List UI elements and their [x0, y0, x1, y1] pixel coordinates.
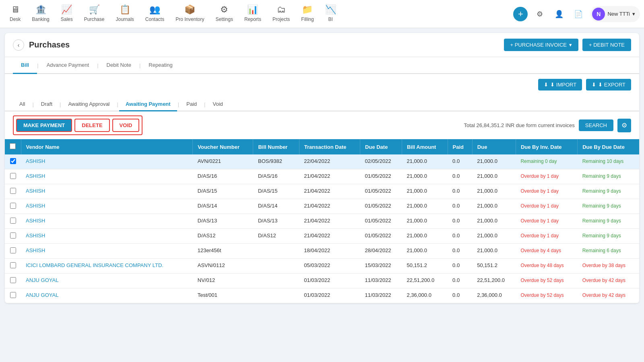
nav-item-banking[interactable]: 🏦 Banking: [26, 1, 55, 27]
row-checkbox-cell[interactable]: [5, 199, 21, 214]
row-checkbox-9[interactable]: [10, 292, 16, 298]
cell-vendor: ANJU GOYAL: [21, 288, 193, 303]
nav-label-bi: BI: [328, 16, 332, 22]
select-all-checkbox[interactable]: [10, 143, 16, 149]
nav-item-purchase[interactable]: 🛒 Purchase: [78, 1, 110, 27]
file-button[interactable]: 📄: [571, 7, 586, 21]
nav-label-desk: Desk: [10, 16, 21, 22]
void-button[interactable]: VOID: [112, 119, 140, 132]
row-checkbox-cell[interactable]: [5, 288, 21, 303]
banking-icon: 🏦: [35, 4, 46, 15]
status-tab-all[interactable]: All: [13, 98, 31, 111]
cell-bill-amount: 21,000.0: [402, 184, 448, 199]
status-tab-paid[interactable]: Paid: [180, 98, 203, 111]
add-button[interactable]: +: [513, 7, 528, 21]
row-checkbox-cell[interactable]: [5, 229, 21, 244]
cell-transaction-date: 21/04/2022: [299, 199, 360, 214]
cell-transaction-date: 01/03/2022: [299, 274, 360, 288]
header-select-all[interactable]: [5, 139, 21, 154]
status-tab-void[interactable]: Void: [206, 98, 229, 111]
cell-due-by-due: Overdue by 42 days: [578, 274, 639, 288]
cell-vendor: ASHISH: [21, 154, 193, 169]
user-avatar: N: [592, 8, 605, 21]
people-button[interactable]: 👤: [552, 7, 566, 21]
page-header-right: + PURCHASE INVOICE ▾ + DEBIT NOTE: [504, 39, 632, 51]
vendor-link-7[interactable]: ICICI LOMBARD GENERAL INSURANCE COMPANY …: [26, 262, 163, 268]
cell-due-by-due: Remaining 9 days: [578, 184, 639, 199]
export-button[interactable]: ⬇ ⬇ EXPORT: [586, 79, 631, 90]
import-button[interactable]: ⬇ ⬇ IMPORT: [538, 79, 582, 90]
vendor-link-4[interactable]: ASHISH: [26, 218, 45, 224]
tab-debit-note[interactable]: Debit Note: [99, 57, 139, 74]
vendor-link-3[interactable]: ASHISH: [26, 203, 45, 209]
cell-paid: 0.0: [448, 184, 472, 199]
cell-due-by-due: Remaining 9 days: [578, 214, 639, 229]
row-checkbox-cell[interactable]: [5, 259, 21, 274]
nav-item-pro-inventory[interactable]: 📦 Pro Inventory: [170, 1, 210, 27]
make-payment-button[interactable]: MAKE PAYMENT: [16, 119, 72, 132]
nav-label-projects: Projects: [272, 16, 290, 22]
gear-settings-button[interactable]: ⚙: [617, 119, 631, 132]
nav-item-reports[interactable]: 📊 Reports: [239, 1, 267, 27]
vendor-link-5[interactable]: ASHISH: [26, 232, 45, 239]
cell-paid: 0.0: [448, 214, 472, 229]
row-checkbox-0[interactable]: [10, 158, 16, 164]
row-checkbox-cell[interactable]: [5, 184, 21, 199]
cell-due-date: 28/04/2022: [360, 244, 402, 259]
tab-repeating[interactable]: Repeating: [140, 57, 180, 74]
row-checkbox-cell[interactable]: [5, 274, 21, 288]
tab-bill[interactable]: Bill: [13, 57, 37, 74]
nav-item-sales[interactable]: 📈 Sales: [55, 1, 78, 27]
vendor-link-0[interactable]: ASHISH: [26, 158, 45, 164]
row-checkbox-cell[interactable]: [5, 244, 21, 259]
cell-due-by-due: Remaining 6 days: [578, 244, 639, 259]
cell-bill-number: D/AS/15: [253, 184, 299, 199]
row-checkbox-8[interactable]: [10, 277, 16, 283]
status-tab-awaiting-approval[interactable]: Awaiting Approval: [62, 98, 116, 111]
purchase-invoice-button[interactable]: + PURCHASE INVOICE ▾: [504, 39, 579, 51]
nav-item-bi[interactable]: 📉 BI: [320, 1, 342, 27]
sales-icon: 📈: [61, 4, 72, 15]
row-checkbox-cell[interactable]: [5, 154, 21, 169]
cell-due-date: 01/05/2022: [360, 199, 402, 214]
nav-item-filling[interactable]: 📁 Filling: [295, 1, 319, 27]
row-checkbox-cell[interactable]: [5, 214, 21, 229]
vendor-link-9[interactable]: ANJU GOYAL: [26, 292, 58, 298]
main-tabs: Bill | Advance Payment | Debit Note | Re…: [5, 57, 639, 74]
projects-icon: 🗂: [277, 4, 286, 15]
cell-vendor: ASHISH: [21, 244, 193, 259]
vendor-link-6[interactable]: ASHISH: [26, 247, 45, 253]
user-menu[interactable]: N New TTTi ▾: [590, 6, 640, 22]
cell-paid: 0.0: [448, 244, 472, 259]
status-tab-awaiting-payment[interactable]: Awaiting Payment: [119, 98, 177, 111]
delete-button[interactable]: DELETE: [74, 119, 109, 132]
nav-item-desk[interactable]: 🖥 Desk: [4, 1, 26, 27]
row-checkbox-1[interactable]: [10, 173, 16, 179]
nav-item-projects[interactable]: 🗂 Projects: [267, 1, 295, 27]
row-checkbox-cell[interactable]: [5, 169, 21, 184]
row-checkbox-2[interactable]: [10, 188, 16, 194]
row-checkbox-5[interactable]: [10, 232, 16, 239]
nav-item-contacts[interactable]: 👥 Contacts: [140, 1, 170, 27]
settings-gear-button[interactable]: ⚙: [533, 7, 547, 21]
status-tab-draft[interactable]: Draft: [35, 98, 59, 111]
vendor-link-1[interactable]: ASHISH: [26, 173, 45, 179]
nav-label-sales: Sales: [61, 16, 73, 22]
debit-note-button[interactable]: + DEBIT NOTE: [582, 39, 631, 51]
nav-item-settings[interactable]: ⚙ Settings: [210, 1, 239, 27]
cell-bill-amount: 22,51,200.0: [402, 274, 448, 288]
table-row: ASHISH D/AS/16 D/AS/16 21/04/2022 01/05/…: [5, 169, 639, 184]
vendor-link-2[interactable]: ASHISH: [26, 188, 45, 194]
nav-item-journals[interactable]: 📋 Journals: [110, 1, 139, 27]
row-checkbox-7[interactable]: [10, 262, 16, 268]
search-button[interactable]: SEARCH: [579, 119, 613, 131]
nav-label-banking: Banking: [32, 16, 49, 22]
row-checkbox-4[interactable]: [10, 218, 16, 224]
row-checkbox-6[interactable]: [10, 247, 16, 253]
tab-advance-payment[interactable]: Advance Payment: [39, 57, 97, 74]
vendor-link-8[interactable]: ANJU GOYAL: [26, 277, 58, 283]
back-button[interactable]: ‹: [13, 39, 24, 51]
cell-due: 21,000.0: [472, 154, 516, 169]
page-header-left: ‹ Purchases: [13, 39, 70, 51]
row-checkbox-3[interactable]: [10, 203, 16, 209]
